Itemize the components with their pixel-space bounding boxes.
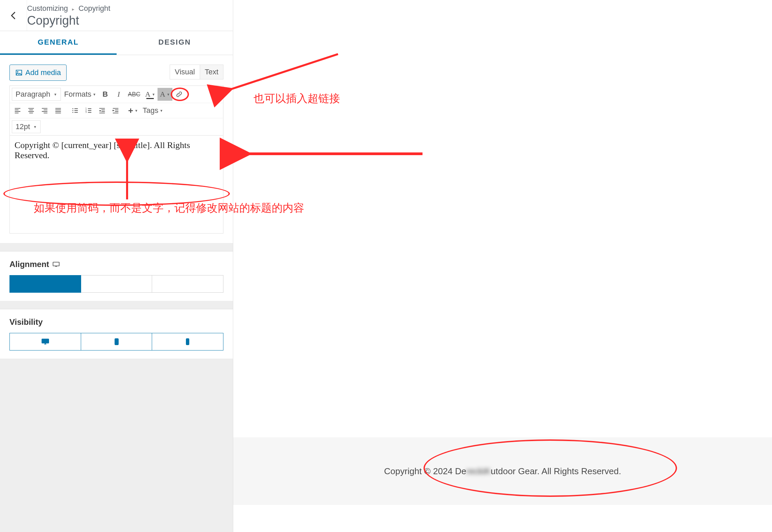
mode-text[interactable]: Text [200,65,223,79]
tablet-icon [113,338,121,345]
strikethrough-button[interactable]: ABC [125,88,143,101]
svg-rect-7 [53,262,59,266]
svg-point-12 [187,343,188,344]
align-right-button[interactable] [38,104,51,117]
panel-header: Customizing ▸ Copyright Copyright [0,0,233,31]
preview-footer: Copyright © 2024 DereckiKutdoor Gear. Al… [233,437,772,505]
bold-button[interactable]: B [98,88,112,101]
editor-textarea[interactable]: Copyright © [current_year] [site_title].… [9,136,223,234]
tab-design[interactable]: Design [117,31,233,55]
alignment-buttons [9,275,223,293]
svg-point-10 [116,343,117,344]
mobile-icon [184,338,192,345]
tags-select[interactable]: Tags [140,104,165,117]
media-icon [15,69,23,76]
visibility-desktop[interactable] [9,333,81,350]
caret-right-icon: ▸ [72,6,74,12]
bullet-list-button[interactable] [68,104,82,117]
desktop-icon [41,338,49,345]
svg-rect-8 [42,339,49,343]
svg-text:3: 3 [86,111,87,113]
back-button[interactable] [0,0,27,31]
align-left-button[interactable] [11,104,24,117]
outdent-button[interactable] [95,104,109,117]
footer-copyright-text: Copyright © 2024 DereckiKutdoor Gear. Al… [384,466,621,477]
svg-point-1 [72,108,73,109]
add-media-button[interactable]: Add media [9,65,67,81]
align-center-option[interactable] [81,275,152,293]
align-justify-button[interactable] [51,104,65,117]
tab-general[interactable]: General [0,31,117,55]
visibility-tablet[interactable] [81,333,152,350]
align-left-option[interactable] [9,275,81,293]
insert-button[interactable]: + [126,104,140,117]
panel-tabs: General Design [0,31,233,55]
align-right-option[interactable] [152,275,223,293]
formats-select[interactable]: Formats [62,88,99,101]
paragraph-select[interactable]: Paragraph [12,88,61,101]
visibility-section: Visibility [0,309,233,359]
breadcrumb-leaf: Copyright [78,4,110,13]
breadcrumb-root: Customizing [27,4,68,13]
mode-visual[interactable]: Visual [170,65,200,79]
editor-mode-tabs: Visual Text [170,65,223,79]
italic-button[interactable]: I [112,88,125,101]
panel-title: Copyright [27,14,233,28]
text-color-button[interactable]: A [143,88,158,101]
breadcrumb: Customizing ▸ Copyright [27,4,233,13]
editor-section: Add media Visual Text Paragraph Formats … [0,55,233,243]
indent-button[interactable] [109,104,122,117]
visibility-label: Visibility [9,317,223,327]
font-size-select[interactable]: 12pt [12,120,41,133]
add-media-label: Add media [25,68,61,77]
number-list-button[interactable]: 123 [82,104,95,117]
desktop-icon [52,261,60,267]
svg-point-2 [72,110,73,111]
svg-point-0 [17,71,19,72]
svg-point-3 [72,112,73,113]
editor-toolbar: Paragraph Formats B I ABC A A 123 [9,86,223,136]
visibility-mobile[interactable] [152,333,223,350]
alignment-section: Alignment [0,251,233,301]
alignment-label: Alignment [9,260,223,269]
bg-color-button[interactable]: A [158,88,172,101]
link-icon [175,91,183,98]
align-center-button[interactable] [24,104,38,117]
preview-pane: Copyright © 2024 DereckiKutdoor Gear. Al… [233,0,772,532]
customizer-sidebar: Customizing ▸ Copyright Copyright Genera… [0,0,233,532]
visibility-buttons [9,333,223,350]
insert-link-button[interactable] [172,88,186,101]
